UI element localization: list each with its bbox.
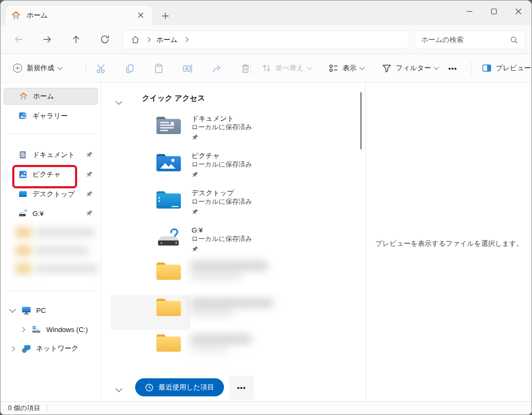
breadcrumb[interactable]: ホーム bbox=[123, 30, 409, 49]
title-bar: ホーム bbox=[1, 1, 531, 25]
chevron-right-icon[interactable] bbox=[18, 328, 27, 331]
collapse-recent-icon[interactable] bbox=[117, 384, 121, 393]
window-controls bbox=[457, 3, 530, 20]
sidebar-item-gallery[interactable]: ギャラリー bbox=[4, 107, 98, 124]
collapse-quick-access-icon[interactable] bbox=[117, 96, 121, 106]
pin-icon bbox=[192, 208, 252, 215]
redacted-file-labels bbox=[190, 257, 292, 359]
search-placeholder: ホームの検索 bbox=[421, 35, 510, 45]
delete-button[interactable] bbox=[235, 60, 256, 77]
breadcrumb-home[interactable]: ホーム bbox=[156, 35, 178, 45]
redacted-folder-item[interactable] bbox=[155, 295, 184, 320]
pin-icon[interactable] bbox=[86, 190, 94, 198]
status-bar: 0 個の項目 bbox=[1, 401, 531, 415]
documents-folder-icon bbox=[155, 113, 182, 148]
minimize-button[interactable] bbox=[457, 3, 481, 20]
filter-button[interactable]: フィルター bbox=[377, 60, 443, 77]
home-outline-icon bbox=[131, 35, 140, 44]
sidebar-item-label: PC bbox=[36, 306, 46, 314]
recent-items-header[interactable]: 最近使用した項目 bbox=[135, 378, 224, 396]
plus-circle-icon bbox=[12, 63, 23, 73]
preview-label: プレビュー bbox=[496, 63, 531, 73]
sidebar-item-gdrive[interactable]: G:¥ bbox=[4, 205, 98, 222]
vertical-scrollbar[interactable] bbox=[360, 92, 362, 150]
drive-icon bbox=[18, 209, 28, 218]
paste-button[interactable] bbox=[148, 60, 169, 77]
new-button[interactable]: 新規作成 bbox=[8, 60, 66, 77]
sort-button[interactable]: 並べ替え bbox=[257, 60, 315, 77]
chevron-right-icon bbox=[183, 37, 188, 43]
rename-button[interactable] bbox=[177, 60, 198, 77]
file-name: G:¥ bbox=[192, 226, 252, 235]
redacted-sidebar-items bbox=[15, 225, 99, 278]
file-name: デスクトップ bbox=[192, 188, 252, 197]
tab-close-icon[interactable] bbox=[134, 9, 147, 22]
file-status: ローカルに保存済み bbox=[192, 197, 252, 206]
chevron-right-icon bbox=[146, 37, 151, 43]
pictures-folder-icon bbox=[155, 151, 182, 186]
toolbar-separator bbox=[251, 61, 251, 75]
refresh-button[interactable] bbox=[95, 30, 114, 49]
sidebar-item-pictures[interactable]: ピクチャ bbox=[4, 166, 98, 183]
pin-icon[interactable] bbox=[86, 151, 94, 159]
up-button[interactable] bbox=[66, 30, 86, 49]
recent-more-button[interactable]: ••• bbox=[229, 376, 254, 400]
sidebar-item-documents[interactable]: ドキュメント bbox=[4, 146, 98, 163]
new-button-label: 新規作成 bbox=[27, 63, 54, 73]
new-tab-button[interactable] bbox=[159, 10, 172, 22]
pictures-icon bbox=[18, 170, 28, 179]
file-item-documents[interactable]: ドキュメント ローカルに保存済み bbox=[155, 113, 336, 148]
file-item-gdrive[interactable]: G:¥ ローカルに保存済み bbox=[155, 225, 336, 260]
sidebar-item-pc[interactable]: PC bbox=[4, 302, 98, 319]
forward-button[interactable] bbox=[38, 30, 57, 49]
sidebar-item-label: Windows (C:) bbox=[46, 326, 88, 334]
pin-icon bbox=[192, 134, 252, 141]
tab-title: ホーム bbox=[27, 11, 129, 20]
item-count: 0 個の項目 bbox=[8, 404, 40, 413]
desktop-icon bbox=[18, 189, 28, 199]
command-toolbar: 新規作成 並べ替え 表示 bbox=[1, 54, 531, 82]
view-button[interactable]: 表示 bbox=[324, 60, 368, 77]
chevron-down-icon bbox=[306, 65, 312, 70]
chevron-down-icon[interactable] bbox=[8, 309, 16, 312]
chevron-right-icon[interactable] bbox=[8, 347, 16, 351]
ellipsis-icon: ••• bbox=[448, 64, 458, 72]
preview-panel-icon bbox=[481, 63, 492, 73]
pin-icon[interactable] bbox=[86, 170, 94, 178]
pin-icon[interactable] bbox=[86, 209, 94, 217]
file-list-pane: クイック アクセス ドキュメント ローカルに保存済み ピクチャ ローカルに保存済… bbox=[102, 82, 365, 401]
preview-toggle-button[interactable]: プレビュー bbox=[477, 60, 532, 77]
navigation-bar: ホーム ホームの検索 bbox=[1, 25, 531, 54]
close-button[interactable] bbox=[506, 3, 530, 20]
cut-button[interactable] bbox=[90, 60, 111, 77]
sidebar-item-label: ネットワーク bbox=[36, 344, 79, 353]
file-item-pictures[interactable]: ピクチャ ローカルに保存済み bbox=[155, 151, 336, 186]
file-explorer-window: ホーム ホ bbox=[0, 0, 532, 415]
copy-button[interactable] bbox=[119, 60, 140, 77]
chevron-down-icon bbox=[434, 65, 439, 70]
redacted-folder-item[interactable] bbox=[155, 331, 184, 355]
chevron-down-icon bbox=[57, 65, 63, 70]
search-input[interactable]: ホームの検索 bbox=[414, 30, 525, 49]
network-icon bbox=[21, 344, 31, 354]
back-button[interactable] bbox=[9, 30, 28, 49]
tab-home[interactable]: ホーム bbox=[5, 5, 153, 25]
pin-icon bbox=[192, 245, 252, 253]
sidebar-item-network[interactable]: ネットワーク bbox=[4, 340, 98, 357]
maximize-button[interactable] bbox=[481, 3, 506, 20]
sidebar-item-home[interactable]: ホーム bbox=[4, 88, 98, 105]
recent-items-title: 最近使用した項目 bbox=[159, 383, 214, 392]
preview-empty-message: プレビューを表示するファイルを選択します。 bbox=[369, 239, 529, 248]
sidebar-item-desktop[interactable]: デスクトップ bbox=[4, 186, 98, 203]
file-status: ローカルに保存済み bbox=[192, 235, 252, 244]
quick-access-header[interactable]: クイック アクセス bbox=[142, 92, 205, 105]
file-item-desktop[interactable]: デスクトップ ローカルに保存済み bbox=[155, 188, 336, 223]
file-status: ローカルに保存済み bbox=[192, 123, 252, 132]
more-options-button[interactable]: ••• bbox=[442, 60, 463, 77]
redacted-folder-item[interactable] bbox=[155, 259, 184, 284]
desktop-folder-icon bbox=[155, 188, 182, 223]
share-button[interactable] bbox=[206, 60, 227, 77]
home-icon bbox=[11, 10, 21, 21]
sidebar-item-windows-c[interactable]: Windows (C:) bbox=[4, 321, 98, 338]
sidebar: ホーム ギャラリー ドキュメント ピクチャ デスクトップ bbox=[1, 82, 101, 401]
